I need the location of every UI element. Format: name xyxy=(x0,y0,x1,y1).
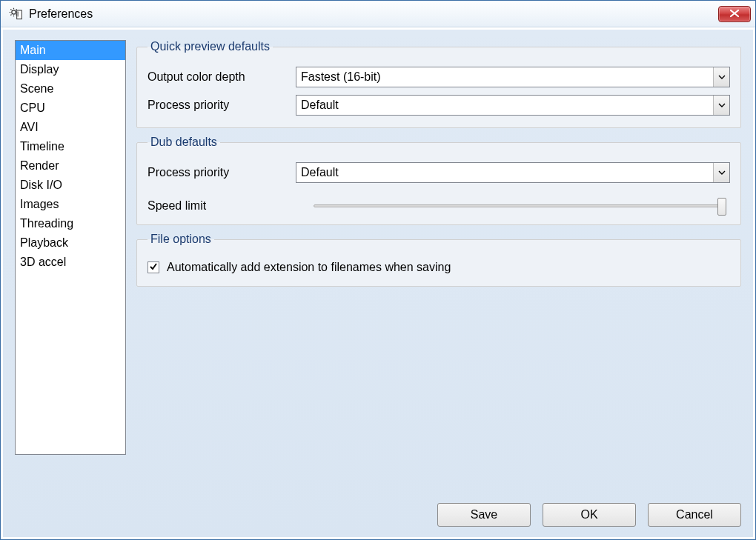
sidebar-item-images[interactable]: Images xyxy=(16,195,125,214)
chevron-down-icon xyxy=(713,67,729,87)
sidebar-item-scene[interactable]: Scene xyxy=(16,79,125,99)
sidebar-item-threading[interactable]: Threading xyxy=(16,214,125,233)
color-depth-value: Fastest (16-bit) xyxy=(296,70,713,84)
sidebar-item-main[interactable]: Main xyxy=(16,41,125,60)
sidebar-item-3daccel[interactable]: 3D accel xyxy=(16,253,125,272)
sidebar-item-display[interactable]: Display xyxy=(16,60,125,79)
svg-rect-3 xyxy=(18,13,19,15)
qp-priority-combo[interactable]: Default xyxy=(296,95,730,116)
quick-preview-group: Quick preview defaults Output color dept… xyxy=(136,40,741,128)
ok-button[interactable]: OK xyxy=(543,503,636,527)
slider-thumb[interactable] xyxy=(717,198,726,216)
client-area: Main Display Scene CPU AVI Timeline Rend… xyxy=(2,29,754,538)
window-title: Preferences xyxy=(29,7,718,21)
qp-priority-value: Default xyxy=(296,99,713,112)
svg-rect-4 xyxy=(18,15,19,16)
gear-film-icon xyxy=(8,7,23,21)
sidebar-item-render[interactable]: Render xyxy=(16,156,125,176)
settings-panel: Quick preview defaults Output color dept… xyxy=(136,40,741,493)
speed-limit-label: Speed limit xyxy=(147,199,296,213)
preferences-window: Preferences Main Display Scene CPU AVI T… xyxy=(0,0,756,540)
close-icon xyxy=(729,8,740,20)
sidebar-item-cpu[interactable]: CPU xyxy=(16,99,125,118)
auto-ext-checkbox[interactable] xyxy=(147,261,159,273)
sidebar-item-timeline[interactable]: Timeline xyxy=(16,137,125,156)
cancel-button[interactable]: Cancel xyxy=(648,503,741,527)
sidebar-item-playback[interactable]: Playback xyxy=(16,233,125,253)
color-depth-combo[interactable]: Fastest (16-bit) xyxy=(296,67,730,87)
category-listbox[interactable]: Main Display Scene CPU AVI Timeline Rend… xyxy=(15,40,126,455)
auto-ext-label: Automatically add extension to filenames… xyxy=(167,261,451,274)
dub-priority-label: Process priority xyxy=(147,166,296,179)
file-options-legend: File options xyxy=(147,233,214,246)
dialog-button-row: Save OK Cancel xyxy=(15,503,741,527)
color-depth-label: Output color depth xyxy=(147,70,296,84)
dub-legend: Dub defaults xyxy=(147,136,220,149)
file-options-group: File options Automatically add extension… xyxy=(136,233,741,287)
speed-limit-slider[interactable] xyxy=(314,204,724,207)
dub-priority-value: Default xyxy=(296,166,713,179)
sidebar-item-diskio[interactable]: Disk I/O xyxy=(16,176,125,195)
sidebar-item-avi[interactable]: AVI xyxy=(16,118,125,137)
dub-priority-combo[interactable]: Default xyxy=(296,162,730,183)
check-icon xyxy=(149,261,158,273)
quick-preview-legend: Quick preview defaults xyxy=(147,40,273,53)
close-button[interactable] xyxy=(718,6,751,22)
chevron-down-icon xyxy=(713,96,729,115)
dub-group: Dub defaults Process priority Default Sp… xyxy=(136,136,741,225)
chevron-down-icon xyxy=(713,163,729,182)
qp-priority-label: Process priority xyxy=(147,99,296,112)
titlebar: Preferences xyxy=(1,1,755,27)
svg-point-0 xyxy=(12,10,16,13)
svg-rect-2 xyxy=(18,11,19,13)
save-button[interactable]: Save xyxy=(437,503,531,527)
